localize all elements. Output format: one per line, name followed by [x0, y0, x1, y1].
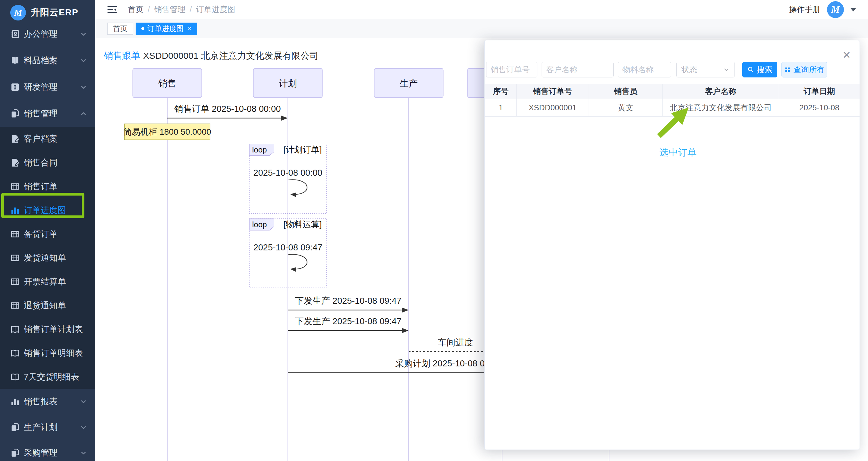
- sidebar-item-top-0[interactable]: 办公管理: [0, 21, 95, 47]
- filter-row: 状态搜索查询所有: [486, 62, 827, 78]
- sidebar-item-sub-9[interactable]: 销售订单明细表: [0, 341, 95, 365]
- open-book-icon: [10, 324, 20, 334]
- sidebar-item-bottom-2[interactable]: 采购管理: [0, 440, 95, 461]
- table-icon: [10, 253, 20, 263]
- sidebar-item-label: 销售订单明细表: [24, 347, 87, 359]
- tab-1[interactable]: 订单进度图×: [135, 23, 197, 35]
- sidebar-item-label: 采购管理: [24, 447, 80, 459]
- breadcrumb-separator: /: [190, 5, 192, 14]
- filter-input-1[interactable]: [541, 62, 614, 78]
- collapse-menu-icon[interactable]: [107, 6, 117, 13]
- filter-input-0[interactable]: [486, 62, 537, 78]
- open-book-icon: [10, 372, 20, 382]
- message-label: 下发生产 2025-10-08 09:47: [295, 296, 401, 306]
- app-logo-icon: M: [10, 5, 26, 21]
- sidebar-item-sub-2[interactable]: 销售订单: [0, 175, 95, 198]
- breadcrumb-item-0[interactable]: 首页: [128, 4, 144, 15]
- active-tab-dot-icon: [141, 27, 144, 30]
- status-select[interactable]: 状态: [676, 62, 735, 78]
- self-message-label: 2025-10-08 09:47: [253, 243, 322, 252]
- sidebar-item-label: 销售合同: [24, 157, 87, 168]
- caret-down-icon[interactable]: [850, 8, 856, 14]
- grid-icon: [784, 66, 791, 73]
- app-logo: M 升阳云ERP: [0, 0, 95, 21]
- sidebar-item-sub-3[interactable]: 订单进度图: [0, 198, 95, 222]
- order-cell[interactable]: 黄文: [589, 99, 663, 117]
- order-cell[interactable]: XSDD000001: [517, 99, 589, 117]
- loop-title: loop: [252, 145, 267, 154]
- open-book-icon: [10, 348, 20, 358]
- sidebar-item-sub-4[interactable]: 备货订单: [0, 222, 95, 246]
- sidebar-item-label: 销售管理: [24, 108, 80, 119]
- orders-col-header-4: 订单日期: [779, 84, 860, 99]
- sidebar-menu-sales-sub: 客户档案销售合同销售订单订单进度图备货订单发货通知单开票结算单退货通知单销售订单…: [0, 127, 95, 389]
- doc-edit-icon: [10, 158, 20, 168]
- tab-close-icon[interactable]: ×: [188, 25, 191, 32]
- sidebar-item-label: 研发管理: [24, 81, 80, 93]
- order-cell[interactable]: 1: [485, 99, 517, 117]
- actor-label: 计划: [279, 78, 297, 88]
- self-message-arc: [288, 180, 307, 194]
- breadcrumb: 首页/销售管理/订单进度图: [128, 4, 235, 15]
- sidebar-item-top-3[interactable]: 销售管理: [0, 100, 95, 127]
- actor-label: 生产: [399, 78, 418, 88]
- selected-order-arrow: [655, 105, 697, 144]
- sidebar-item-label: 料品档案: [24, 55, 80, 66]
- loop-title: loop: [252, 220, 267, 229]
- orders-col-header-3: 客户名称: [663, 84, 779, 99]
- sidebar-item-sub-5[interactable]: 发货通知单: [0, 246, 95, 270]
- table-icon: [10, 300, 20, 311]
- sidebar-item-sub-7[interactable]: 退货通知单: [0, 294, 95, 317]
- sidebar-item-top-2[interactable]: 研发管理: [0, 74, 95, 100]
- sidebar-item-sub-6[interactable]: 开票结算单: [0, 270, 95, 294]
- message-label: 销售订单 2025-10-08 00:00: [174, 104, 281, 114]
- orders-col-header-1: 销售订单号: [517, 84, 589, 99]
- loop-condition: [计划订单]: [283, 145, 322, 154]
- copy-icon: [10, 448, 20, 458]
- close-icon[interactable]: ×: [843, 48, 850, 61]
- table-icon: [10, 181, 20, 192]
- breadcrumb-item-1[interactable]: 销售管理: [154, 4, 185, 15]
- sidebar-item-sub-1[interactable]: 销售合同: [0, 151, 95, 175]
- sidebar-item-bottom-1[interactable]: 生产计划: [0, 414, 95, 440]
- search-button-label: 搜索: [757, 64, 772, 75]
- manual-link[interactable]: 操作手册: [789, 4, 820, 15]
- chevron-down-icon: [80, 57, 87, 64]
- avatar[interactable]: M: [827, 1, 844, 18]
- sidebar-item-top-1[interactable]: 料品档案: [0, 47, 95, 74]
- chevron-down-icon: [80, 449, 87, 457]
- orders-col-header-0: 序号: [485, 84, 517, 99]
- sidebar-item-sub-0[interactable]: 客户档案: [0, 127, 95, 151]
- search-button[interactable]: 搜索: [742, 62, 777, 78]
- actor-label: 销售: [158, 78, 176, 88]
- filter-input-2[interactable]: [618, 62, 671, 78]
- sidebar: M 升阳云ERP 办公管理料品档案研发管理销售管理 客户档案销售合同销售订单订单…: [0, 0, 95, 461]
- order-cell[interactable]: 2025-10-08: [779, 99, 860, 117]
- bar-chart-icon: [10, 205, 20, 215]
- note-label: 简易机柜 1800 50.0000: [123, 127, 211, 136]
- sidebar-menu-top: 办公管理料品档案研发管理销售管理: [0, 21, 95, 127]
- sidebar-item-label: 开票结算单: [24, 276, 87, 287]
- sidebar-item-sub-8[interactable]: 销售订单计划表: [0, 317, 95, 341]
- sidebar-item-sub-10[interactable]: 7天交货明细表: [0, 365, 95, 389]
- query-all-button[interactable]: 查询所有: [781, 62, 827, 78]
- table-icon: [10, 277, 20, 287]
- main-area: 首页/销售管理/订单进度图 操作手册 M 首页订单进度图× 销售跟单XSDD00…: [95, 0, 868, 461]
- tab-bar: 首页订单进度图×: [95, 19, 868, 38]
- chevron-up-icon: [80, 110, 87, 118]
- tab-0[interactable]: 首页: [107, 23, 133, 35]
- doc-edit-icon: [10, 134, 20, 144]
- notebook-icon: [10, 29, 20, 39]
- query-all-button-label: 查询所有: [793, 64, 825, 75]
- chevron-down-icon: [80, 398, 87, 405]
- content-area: 销售跟单XSDD000001 北京注意力文化发展有限公司 销售计划生产销售订单 …: [95, 38, 868, 461]
- sidebar-item-label: 7天交货明细表: [24, 371, 87, 383]
- bar-chart-icon: [10, 397, 20, 407]
- sidebar-item-bottom-0[interactable]: 销售报表: [0, 389, 95, 414]
- self-message-arc: [288, 254, 307, 269]
- breadcrumb-separator: /: [148, 5, 150, 14]
- sidebar-item-label: 办公管理: [24, 28, 80, 40]
- message-label: 下发生产 2025-10-08 09:47: [295, 316, 401, 326]
- book-icon: [10, 56, 20, 66]
- sidebar-item-label: 销售报表: [24, 396, 80, 407]
